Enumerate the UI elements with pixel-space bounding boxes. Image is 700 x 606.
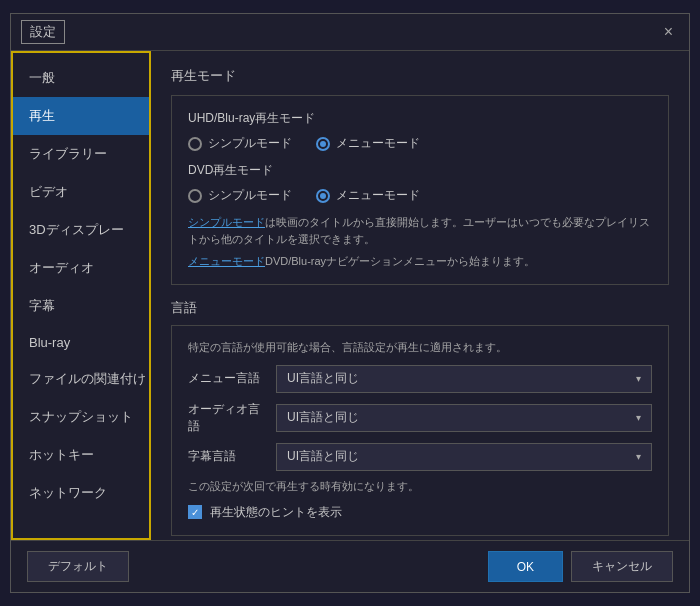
dvd-menu-radio[interactable] xyxy=(316,189,330,203)
language-box: 特定の言語が使用可能な場合、言語設定が再生に適用されます。 メニュー言語 UI言… xyxy=(171,325,669,536)
footer-right-buttons: OK キャンセル xyxy=(488,551,673,582)
dvd-simple-option[interactable]: シンプルモード xyxy=(188,187,292,204)
simple-mode-link[interactable]: シンプルモード xyxy=(188,216,265,228)
content-area: 再生モード UHD/Blu-ray再生モード シンプルモード メニューモード D… xyxy=(151,51,689,540)
subtitle-lang-select[interactable]: UI言語と同じ ▾ xyxy=(276,443,652,471)
uhd-menu-option[interactable]: メニューモード xyxy=(316,135,420,152)
menu-lang-label: メニュー言語 xyxy=(188,370,268,387)
sidebar-item-snapshot[interactable]: スナップショット xyxy=(13,398,149,436)
dvd-simple-label: シンプルモード xyxy=(208,187,292,204)
subtitle-lang-row: 字幕言語 UI言語と同じ ▾ xyxy=(188,443,652,471)
dialog-title: 設定 xyxy=(21,20,65,44)
title-bar: 設定 × xyxy=(11,14,689,51)
dvd-label: DVD再生モード xyxy=(188,162,652,179)
sidebar-item-subtitle[interactable]: 字幕 xyxy=(13,287,149,325)
hint-row: ✓ 再生状態のヒントを表示 xyxy=(188,504,652,521)
language-title: 言語 xyxy=(171,299,669,317)
sidebar: 一般 再生 ライブラリー ビデオ 3Dディスプレー オーディオ 字幕 Blu-r… xyxy=(11,51,151,540)
language-desc: 特定の言語が使用可能な場合、言語設定が再生に適用されます。 xyxy=(188,340,652,355)
subtitle-lang-label: 字幕言語 xyxy=(188,448,268,465)
audio-lang-label: オーディオ言語 xyxy=(188,401,268,435)
sidebar-item-audio[interactable]: オーディオ xyxy=(13,249,149,287)
sidebar-item-general[interactable]: 一般 xyxy=(13,59,149,97)
sidebar-item-video[interactable]: ビデオ xyxy=(13,173,149,211)
uhd-simple-radio[interactable] xyxy=(188,137,202,151)
dvd-menu-option[interactable]: メニューモード xyxy=(316,187,420,204)
playback-mode-title: 再生モード xyxy=(171,67,669,85)
menu-mode-text: DVD/Blu-rayナビゲーションメニューから始まります。 xyxy=(265,255,535,267)
default-button[interactable]: デフォルト xyxy=(27,551,129,582)
sidebar-item-hotkey[interactable]: ホットキー xyxy=(13,436,149,474)
dvd-simple-radio[interactable] xyxy=(188,189,202,203)
dvd-menu-label: メニューモード xyxy=(336,187,420,204)
uhd-menu-radio[interactable] xyxy=(316,137,330,151)
footer: デフォルト OK キャンセル xyxy=(11,540,689,592)
close-button[interactable]: × xyxy=(658,21,679,43)
note-text: この設定が次回で再生する時有効になります。 xyxy=(188,479,652,494)
sidebar-item-file-assoc[interactable]: ファイルの関連付け xyxy=(13,360,149,398)
menu-lang-select[interactable]: UI言語と同じ ▾ xyxy=(276,365,652,393)
uhd-simple-option[interactable]: シンプルモード xyxy=(188,135,292,152)
subtitle-lang-arrow: ▾ xyxy=(636,451,641,462)
cancel-button[interactable]: キャンセル xyxy=(571,551,673,582)
audio-lang-value: UI言語と同じ xyxy=(287,409,359,426)
audio-lang-select[interactable]: UI言語と同じ ▾ xyxy=(276,404,652,432)
menu-lang-row: メニュー言語 UI言語と同じ ▾ xyxy=(188,365,652,393)
audio-lang-arrow: ▾ xyxy=(636,412,641,423)
playback-mode-box: UHD/Blu-ray再生モード シンプルモード メニューモード DVD再生モー… xyxy=(171,95,669,285)
sidebar-item-bluray[interactable]: Blu-ray xyxy=(13,325,149,360)
hint-label: 再生状態のヒントを表示 xyxy=(210,504,342,521)
settings-dialog: 設定 × 一般 再生 ライブラリー ビデオ 3Dディスプレー オーディオ 字幕 … xyxy=(10,13,690,593)
uhd-simple-label: シンプルモード xyxy=(208,135,292,152)
audio-lang-row: オーディオ言語 UI言語と同じ ▾ xyxy=(188,401,652,435)
sidebar-item-network[interactable]: ネットワーク xyxy=(13,474,149,512)
uhd-label: UHD/Blu-ray再生モード xyxy=(188,110,652,127)
ok-button[interactable]: OK xyxy=(488,551,563,582)
menu-mode-link[interactable]: メニューモード xyxy=(188,255,265,267)
sidebar-item-library[interactable]: ライブラリー xyxy=(13,135,149,173)
checkmark-icon: ✓ xyxy=(191,507,199,518)
simple-mode-desc: シンプルモードは映画のタイトルから直接開始します。ユーザーはいつでも必要なプレイ… xyxy=(188,214,652,247)
hint-checkbox[interactable]: ✓ xyxy=(188,505,202,519)
sidebar-item-3ddisplay[interactable]: 3Dディスプレー xyxy=(13,211,149,249)
sidebar-item-playback[interactable]: 再生 xyxy=(13,97,149,135)
dvd-radio-group: シンプルモード メニューモード xyxy=(188,187,652,204)
uhd-radio-group: シンプルモード メニューモード xyxy=(188,135,652,152)
menu-mode-desc: メニューモードDVD/Blu-rayナビゲーションメニューから始まります。 xyxy=(188,253,652,270)
subtitle-lang-value: UI言語と同じ xyxy=(287,448,359,465)
uhd-menu-label: メニューモード xyxy=(336,135,420,152)
main-content: 一般 再生 ライブラリー ビデオ 3Dディスプレー オーディオ 字幕 Blu-r… xyxy=(11,51,689,540)
menu-lang-arrow: ▾ xyxy=(636,373,641,384)
menu-lang-value: UI言語と同じ xyxy=(287,370,359,387)
